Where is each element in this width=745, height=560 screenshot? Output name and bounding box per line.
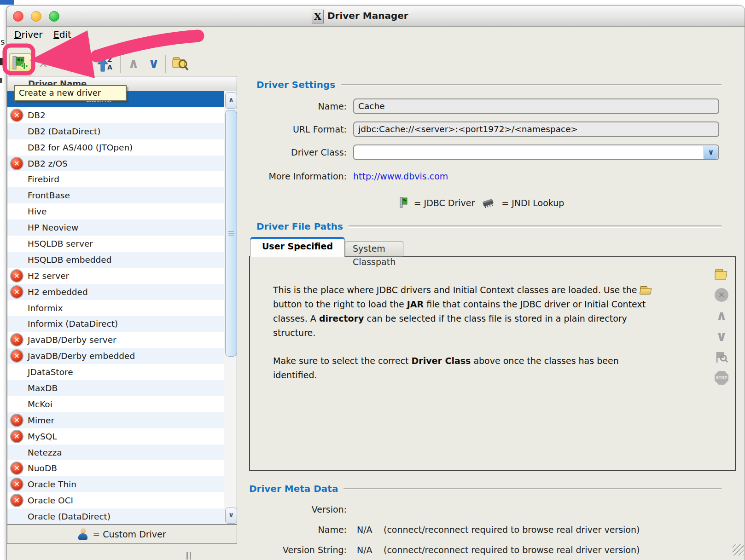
driver-row[interactable]: Oracle (DataDirect) (7, 508, 224, 525)
driver-row[interactable]: DB2 (DataDirect) (7, 123, 224, 139)
driver-row[interactable]: Netezza (7, 445, 224, 461)
menu-edit[interactable]: Edit (53, 29, 71, 40)
driver-row[interactable]: Firebird (7, 171, 224, 187)
url-format-row: URL Format: jdbc:Cache://<server>:<port1… (251, 121, 719, 137)
meta-version-string-row: Version String: N/A (connect/reconnect r… (251, 543, 640, 556)
move-file-down-button[interactable]: ∨ (714, 329, 729, 344)
driver-meta-data-section-header: Driver Meta Data (249, 483, 745, 495)
menu-driver[interactable]: Driver (14, 29, 43, 40)
driver-row[interactable]: JavaDB/Derby embedded (7, 348, 224, 364)
scrollbar-up-button[interactable]: ∧ (225, 92, 237, 109)
open-file-button[interactable] (714, 266, 729, 282)
driver-name: JavaDB/Derby server (28, 335, 116, 345)
name-field[interactable]: Cache (353, 98, 719, 114)
driver-row[interactable]: MaxDB (7, 380, 224, 396)
background-window-mark (0, 78, 2, 83)
driver-name: H2 server (28, 271, 69, 281)
driver-class-label: Driver Class: (251, 147, 347, 157)
tab-system-classpath[interactable]: System Classpath (345, 242, 403, 257)
driver-row[interactable]: Mimer (7, 412, 224, 428)
driver-error-icon (10, 494, 23, 507)
find-driver-files-button[interactable] (171, 54, 190, 74)
driver-row[interactable]: Informix (DataDirect) (7, 316, 224, 332)
more-information-label: More Information: (251, 171, 347, 181)
stop-loading-button[interactable]: STOP (714, 370, 729, 386)
driver-row[interactable]: HSQLDB server (7, 236, 224, 252)
driver-error-icon (10, 285, 23, 299)
driver-row[interactable]: FrontBase (7, 187, 224, 203)
driver-list-panel: Driver Name Cache DB2 DB2 (DataDirect) D… (7, 76, 237, 525)
move-up-button[interactable]: ∧ (124, 54, 143, 74)
driver-row[interactable]: HP Neoview (7, 219, 224, 236)
instruction-paragraph-1: This is the place where JDBC drivers and… (273, 283, 655, 340)
driver-row[interactable]: McKoi (7, 396, 224, 412)
find-driver-class-button[interactable] (714, 349, 729, 365)
close-button[interactable] (13, 11, 23, 22)
user-specified-tab-panel: This is the place where JDBC drivers and… (249, 256, 736, 471)
driver-row[interactable]: HSQLDB embedded (7, 252, 224, 268)
driver-row[interactable]: JDataStore (7, 364, 224, 380)
driver-name: Mimer (28, 416, 54, 425)
driver-name: DB2 (DataDirect) (28, 127, 101, 136)
name-label: Name: (251, 101, 347, 111)
driver-settings-section-header: Driver Settings (256, 79, 745, 91)
menu-edit-mnemonic: E (53, 29, 59, 40)
move-file-up-button[interactable]: ∧ (714, 308, 729, 323)
driver-row[interactable]: H2 embedded (7, 284, 224, 300)
toolbar-separator (70, 55, 71, 73)
driver-name: Informix (DataDirect) (28, 319, 118, 329)
sort-descending-button[interactable]: Z (74, 54, 93, 74)
driver-row[interactable]: DB2 z/OS (7, 156, 224, 172)
window-resize-grip[interactable] (733, 544, 744, 555)
remove-driver-button[interactable]: ✕ (34, 54, 53, 74)
driver-row[interactable]: MySQL (7, 428, 224, 445)
driver-name: Netezza (28, 448, 62, 457)
driver-error-icon (10, 157, 23, 170)
driver-row[interactable]: Informix (7, 300, 224, 316)
driver-row[interactable]: Oracle Thin (7, 476, 224, 492)
driver-error-icon (10, 478, 23, 491)
driver-class-dropdown-button[interactable]: ∨ (704, 146, 718, 159)
list-scrollbar[interactable]: ∧ ∨ (224, 91, 237, 525)
create-driver-button[interactable] (9, 53, 32, 77)
minimize-button[interactable] (31, 11, 41, 22)
driver-settings-heading: Driver Settings (256, 79, 335, 90)
url-format-field[interactable]: jdbc:Cache://<server>:<port1972>/<namesp… (353, 121, 719, 137)
driver-name: Oracle (DataDirect) (28, 512, 111, 521)
driver-class-combo[interactable]: ∨ (353, 144, 719, 160)
driver-name: MySQL (28, 432, 57, 441)
driver-row-db2[interactable]: DB2 (7, 107, 224, 123)
driver-row[interactable]: DB2 for AS/400 (JTOpen) (7, 139, 224, 156)
open-folder-inline-icon (640, 286, 651, 294)
more-information-row: More Information: http://www.dbvis.com (251, 168, 448, 184)
dbvis-link[interactable]: http://www.dbvis.com (353, 171, 448, 181)
splitter-grip[interactable] (186, 552, 192, 560)
driver-row[interactable]: Oracle OCI (7, 492, 224, 508)
scrollbar-thumb[interactable] (225, 110, 237, 357)
driver-row[interactable]: JavaDB/Derby server (7, 332, 224, 348)
meta-version-label: Version: (251, 504, 347, 514)
menu-edit-rest: dit (59, 29, 71, 40)
driver-name: H2 embedded (28, 287, 88, 297)
remove-file-button[interactable]: ✕ (714, 287, 729, 303)
stop-icon: STOP (715, 371, 728, 385)
sort-descending-icon: Z (74, 54, 93, 74)
driver-error-icon (10, 430, 23, 443)
meta-name-value: N/A (357, 525, 384, 535)
driver-row[interactable]: Hive (7, 203, 224, 219)
tab-user-specified[interactable]: User Specified (250, 237, 345, 257)
svg-text:Z: Z (107, 56, 112, 64)
driver-name: JDataStore (28, 367, 73, 377)
chevron-down-icon: ∨ (716, 329, 727, 343)
menubar: Driver Edit (7, 26, 745, 44)
zoom-button[interactable] (49, 11, 59, 22)
sort-ascending-button[interactable]: Z A (95, 54, 115, 74)
driver-error-icon (10, 349, 23, 363)
driver-error-icon (10, 333, 23, 346)
scrollbar-down-button[interactable]: ∨ (225, 508, 237, 524)
driver-type-legend: = JDBC Driver = JNDI Lookup (244, 195, 719, 211)
driver-row[interactable]: H2 server (7, 268, 224, 284)
move-down-button[interactable]: ∨ (144, 54, 163, 74)
driver-name: Oracle OCI (28, 496, 73, 505)
driver-row[interactable]: NuoDB (7, 460, 224, 476)
